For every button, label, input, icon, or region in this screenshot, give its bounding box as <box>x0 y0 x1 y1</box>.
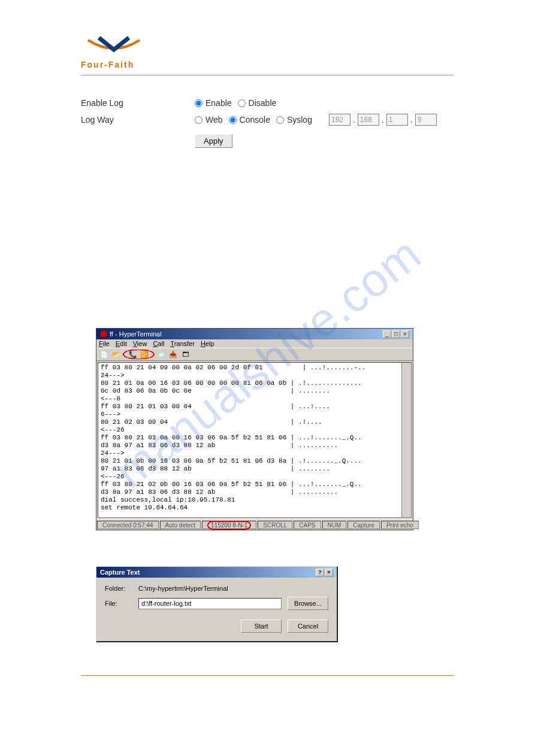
dialog-help-button[interactable]: ? <box>316 569 324 576</box>
open-file-icon[interactable]: 📂 <box>111 349 122 360</box>
menu-call[interactable]: Call <box>153 340 164 347</box>
close-button[interactable]: × <box>401 330 409 338</box>
receive-icon[interactable]: 📥 <box>168 349 179 360</box>
log-form: Enable Log Enable Disable Log Way Web Co… <box>81 98 454 148</box>
ip-octet-4[interactable] <box>415 114 437 126</box>
dialog-close-button[interactable]: × <box>325 569 333 576</box>
apply-button[interactable]: Apply <box>195 134 232 148</box>
menu-transfer[interactable]: Transfer <box>170 340 195 347</box>
highlighted-toolbar-group: 📞 📴 <box>123 349 155 360</box>
dialog-title-bar[interactable]: Capture Text ? × <box>96 567 337 578</box>
folder-value: C:\my-hypertrm\HyperTerminal <box>138 585 228 592</box>
log-way-web-radio[interactable] <box>195 116 202 124</box>
properties-icon[interactable]: 🗔 <box>180 349 191 360</box>
file-label: File: <box>105 600 138 607</box>
menu-bar: File Edit View Call Transfer Help <box>96 339 413 348</box>
tool-bar: 📄 📂 📞 📴 📨 📥 🗔 <box>96 348 413 361</box>
status-connected: Connected 0:57:44 <box>97 521 159 529</box>
terminal-output[interactable]: ff 03 80 21 04 09 00 0a 02 06 00 2d 0f 0… <box>98 362 412 518</box>
status-print: Print echo <box>381 521 419 529</box>
status-detect: Auto detect <box>160 521 201 529</box>
four-faith-logo-icon <box>81 33 147 59</box>
start-button[interactable]: Start <box>241 620 282 633</box>
new-file-icon[interactable]: 📄 <box>99 349 110 360</box>
minimize-button[interactable]: _ <box>383 330 391 338</box>
log-way-label: Log Way <box>81 115 195 125</box>
cancel-button[interactable]: Cancel <box>288 620 328 633</box>
footer-rule <box>81 675 454 676</box>
syslog-option-label: Syslog <box>287 115 312 125</box>
status-scroll: SCROLL <box>258 521 292 529</box>
menu-help[interactable]: Help <box>201 340 214 347</box>
connect-icon[interactable]: 📞 <box>128 349 138 360</box>
app-icon <box>100 330 107 338</box>
status-bar: Connected 0:57:44 Auto detect 115200 8-N… <box>96 519 413 530</box>
hyperterminal-window: ff - HyperTerminal _ □ × File Edit View … <box>96 328 413 530</box>
status-capture: Capture <box>347 521 380 529</box>
browse-button[interactable]: Browse... <box>288 597 328 610</box>
ip-octet-3[interactable] <box>386 114 408 126</box>
status-num: NUM <box>322 521 347 529</box>
window-title-bar[interactable]: ff - HyperTerminal _ □ × <box>96 329 413 339</box>
menu-file[interactable]: File <box>99 340 110 347</box>
disconnect-icon[interactable]: 📴 <box>139 349 150 360</box>
logo-header: Four-Faith <box>81 33 454 75</box>
enable-option-label: Enable <box>205 98 232 108</box>
dialog-title: Capture Text <box>100 569 140 576</box>
folder-label: Folder: <box>105 585 138 592</box>
capture-text-dialog: Capture Text ? × Folder: C:\my-hypertrm\… <box>96 566 337 642</box>
enable-log-disable-radio[interactable] <box>238 99 246 107</box>
ip-octet-1[interactable] <box>329 114 350 126</box>
status-caps: CAPS <box>294 521 321 529</box>
terminal-text: ff 03 80 21 04 09 00 0a 02 06 00 2d 0f 0… <box>98 363 411 513</box>
status-baud: 115200 8-N-1 <box>202 521 256 529</box>
vertical-scrollbar[interactable] <box>401 363 411 517</box>
file-input[interactable] <box>138 598 282 609</box>
logo-brand-text: Four-Faith <box>81 60 134 69</box>
enable-log-label: Enable Log <box>81 98 195 108</box>
log-way-console-radio[interactable] <box>229 116 237 124</box>
log-way-syslog-radio[interactable] <box>276 116 284 124</box>
send-icon[interactable]: 📨 <box>156 349 167 360</box>
maximize-button[interactable]: □ <box>392 330 400 338</box>
enable-log-enable-radio[interactable] <box>195 99 202 107</box>
menu-edit[interactable]: Edit <box>116 340 127 347</box>
baud-highlight: 115200 8-N-1 <box>207 521 251 530</box>
menu-view[interactable]: View <box>133 340 147 347</box>
window-title: ff - HyperTerminal <box>110 330 162 338</box>
web-option-label: Web <box>205 115 223 125</box>
ip-octet-2[interactable] <box>358 114 379 126</box>
disable-option-label: Disable <box>249 98 277 108</box>
console-option-label: Console <box>240 115 270 125</box>
